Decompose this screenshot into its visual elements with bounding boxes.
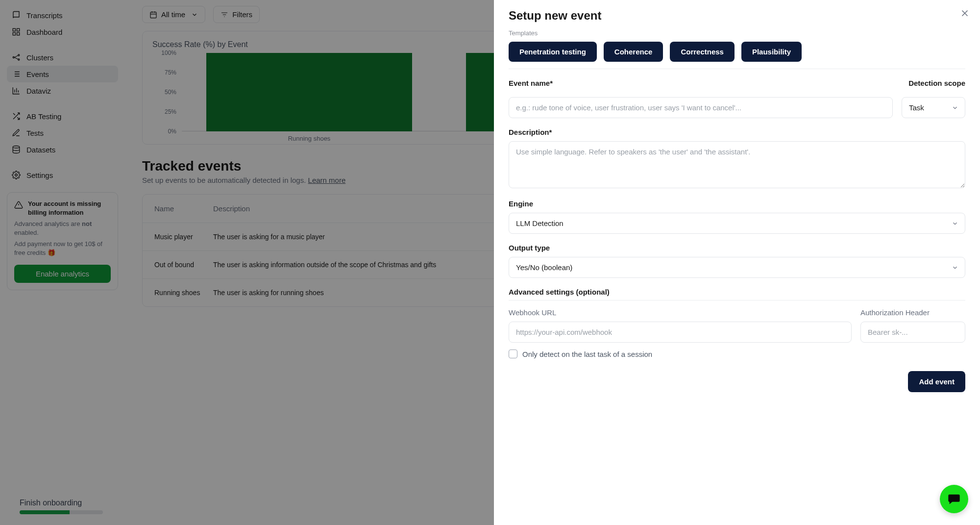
close-icon[interactable] [959,8,971,20]
templates-row: Penetration testing Coherence Correctnes… [509,42,965,62]
description-textarea[interactable] [509,141,965,188]
detection-scope-select[interactable] [902,97,965,118]
engine-label: Engine [509,200,965,208]
auth-header-input[interactable] [860,322,965,343]
auth-header-label: Authorization Header [860,308,965,317]
detection-scope-label: Detection scope [908,79,965,87]
template-correctness[interactable]: Correctness [670,42,735,62]
template-coherence[interactable]: Coherence [604,42,663,62]
webhook-input[interactable] [509,322,852,343]
checkbox-icon[interactable] [509,350,517,358]
output-type-label: Output type [509,244,965,252]
last-task-checkbox-row[interactable]: Only detect on the last task of a sessio… [509,350,965,358]
chat-fab[interactable] [940,485,968,513]
templates-label: Templates [509,29,965,37]
webhook-label: Webhook URL [509,308,852,317]
advanced-settings-label: Advanced settings (optional) [509,288,965,296]
checkbox-label: Only detect on the last task of a sessio… [522,350,652,358]
engine-select[interactable] [509,213,965,234]
template-penetration[interactable]: Penetration testing [509,42,597,62]
event-name-label: Event name* [509,79,900,87]
template-plausibility[interactable]: Plausibility [741,42,802,62]
setup-event-drawer: Setup new event Templates Penetration te… [494,0,980,525]
description-label: Description* [509,128,965,136]
drawer-title: Setup new event [509,9,965,23]
output-type-select[interactable] [509,257,965,278]
event-name-input[interactable] [509,97,893,118]
add-event-button[interactable]: Add event [908,371,965,392]
chat-icon [947,492,961,506]
